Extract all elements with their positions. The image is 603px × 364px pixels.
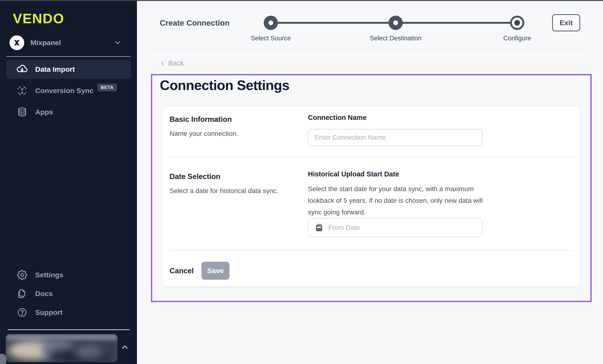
historical-upload-label: Historical Upload Start Date: [308, 170, 399, 178]
step-label-configure: Configure: [477, 35, 557, 42]
connection-name-input-wrap: [308, 129, 482, 146]
date-selection-title: Date Selection: [170, 172, 220, 181]
widget-corner-peek: [0, 354, 6, 364]
page-title: Create Connection: [160, 19, 230, 28]
sidebar: VENDO Mixpanel Data Import: [0, 0, 137, 364]
sidebar-item-label: Apps: [35, 108, 53, 116]
sidebar-nav: Data Import Conversion Sync BETA: [6, 60, 131, 124]
sidebar-item-label: Conversion Sync: [35, 87, 93, 95]
step-label-select-source: Select Source: [230, 35, 311, 42]
cancel-button[interactable]: Cancel: [170, 265, 194, 277]
save-button[interactable]: Save: [201, 262, 230, 280]
workspace-name: Mixpanel: [30, 39, 61, 47]
step-node-select-destination: [389, 16, 403, 30]
date-selection-description: Select a date for historical data sync.: [170, 187, 278, 195]
mixpanel-logo-icon: [10, 35, 24, 50]
sidebar-item-label: Support: [35, 309, 63, 317]
step-node-configure: [510, 16, 524, 30]
main-area: Create Connection Select Source Select D…: [137, 1, 603, 364]
section-title: Connection Settings: [160, 77, 289, 93]
from-date-input[interactable]: [328, 224, 476, 232]
connection-settings-pane: Connection Settings Basic Information Na…: [151, 74, 591, 302]
basic-information-description: Name your connection.: [170, 130, 238, 137]
card-divider: [168, 250, 574, 251]
sidebar-divider: [6, 56, 131, 57]
sidebar-item-conversion-sync[interactable]: Conversion Sync BETA: [6, 81, 131, 100]
sync-icon: [17, 85, 28, 96]
from-date-input-wrap: [308, 218, 482, 237]
header-divider: [152, 48, 588, 49]
sidebar-item-settings[interactable]: Settings: [6, 265, 131, 284]
sidebar-item-label: Settings: [35, 271, 63, 279]
historical-upload-description: Select the start date for your data sync…: [308, 183, 489, 218]
step-label-select-destination: Select Destination: [355, 35, 436, 42]
connection-name-label: Connection Name: [308, 114, 367, 121]
chevron-left-icon: [160, 60, 166, 66]
blur-blob: [75, 345, 103, 359]
database-icon: [17, 107, 28, 118]
settings-card: Basic Information Name your connection. …: [162, 106, 580, 286]
card-divider: [168, 157, 574, 157]
sidebar-item-data-import[interactable]: Data Import: [6, 60, 131, 79]
sidebar-item-label: Docs: [35, 290, 53, 298]
sidebar-item-apps[interactable]: Apps: [6, 103, 131, 121]
cloud-download-icon: [17, 64, 28, 75]
sidebar-footer-nav: Settings Docs Support: [6, 265, 131, 322]
docs-icon: [17, 288, 28, 299]
sidebar-item-docs[interactable]: Docs: [6, 284, 131, 303]
sidebar-footer-divider: [8, 329, 130, 330]
step-node-select-source: [264, 16, 278, 30]
back-label: Back: [168, 59, 184, 67]
beta-badge: BETA: [97, 84, 117, 91]
user-account-blurred[interactable]: [6, 334, 117, 362]
workspace-switcher[interactable]: Mixpanel: [10, 34, 128, 51]
gear-icon: [17, 270, 28, 280]
help-icon: [17, 307, 28, 318]
chevron-up-icon[interactable]: [120, 342, 130, 352]
connection-name-input[interactable]: [314, 134, 476, 141]
chevron-down-icon: [114, 39, 122, 47]
calendar-icon: [314, 223, 324, 232]
sidebar-item-support[interactable]: Support: [6, 303, 131, 322]
back-link[interactable]: Back: [160, 59, 184, 67]
vendo-logo: VENDO: [13, 11, 64, 26]
basic-information-title: Basic Information: [170, 115, 232, 124]
exit-button[interactable]: Exit: [552, 14, 580, 31]
window-top-strip: [0, 0, 603, 1]
sidebar-item-label: Data Import: [35, 65, 75, 73]
